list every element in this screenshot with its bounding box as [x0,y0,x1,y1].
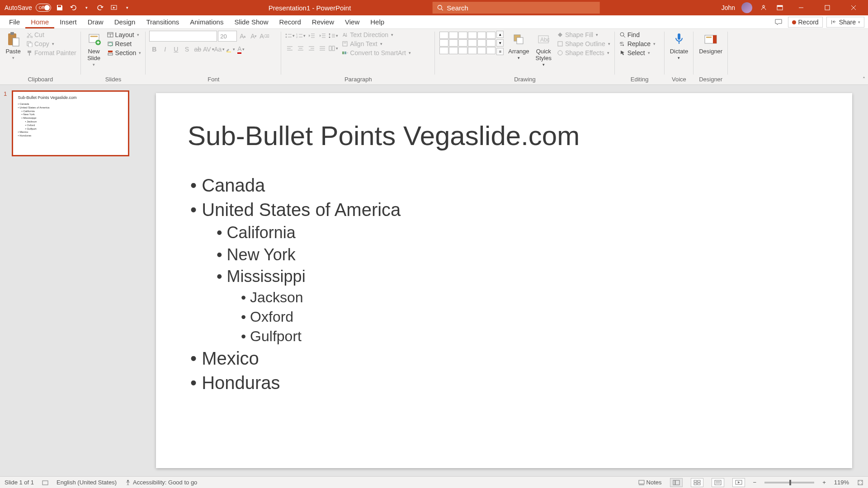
convert-smartart-button[interactable]: Convert to SmartArt [341,49,412,57]
reset-button[interactable]: Reset [106,40,142,48]
minimize-button[interactable] [791,0,811,15]
avatar[interactable] [741,2,752,13]
slide-canvas[interactable]: Sub-Bullet Points Vegaslide.com Canada U… [156,93,852,468]
tab-transitions[interactable]: Transitions [141,15,184,28]
search-input[interactable]: Search [432,2,599,14]
slide-title-text[interactable]: Sub-Bullet Points Vegaslide.com [188,120,821,151]
format-painter-button[interactable]: Format Painter [25,49,77,57]
select-button[interactable]: Select [618,49,656,57]
undo-icon[interactable] [68,3,78,13]
bold-button[interactable]: B [149,44,159,54]
tab-record[interactable]: Record [274,15,306,28]
slide-editor-area[interactable]: Sub-Bullet Points Vegaslide.com Canada U… [140,85,868,476]
status-language[interactable]: English (United States) [57,479,117,486]
tab-design[interactable]: Design [109,15,141,28]
tab-slideshow[interactable]: Slide Show [229,15,274,28]
find-button[interactable]: Find [618,31,656,39]
shapes-scroll-up-icon[interactable]: ▴ [496,31,504,38]
shape-fill-button[interactable]: Shape Fill [556,31,611,39]
share-button[interactable]: Share ▾ [826,17,864,28]
char-spacing-button[interactable]: AV [203,44,213,54]
shapes-gallery[interactable] [439,31,496,55]
shapes-more-icon[interactable]: ≡ [496,48,504,55]
normal-view-button[interactable] [670,478,683,487]
tab-help[interactable]: Help [365,15,390,28]
notes-button[interactable]: Notes [638,479,662,486]
fit-to-window-button[interactable] [857,479,863,486]
save-icon[interactable] [55,3,65,13]
copy-button[interactable]: Copy [25,40,77,48]
font-size-combo[interactable]: 20 [218,31,237,42]
zoom-level[interactable]: 119% [834,479,849,486]
cut-button[interactable]: Cut [25,31,77,39]
underline-button[interactable]: U [171,44,181,54]
dictate-button[interactable]: Dictate▾ [668,31,690,61]
shadow-button[interactable]: S [182,44,192,54]
strikethrough-button[interactable]: ab [193,44,203,54]
status-spellcheck-icon[interactable] [42,479,48,486]
new-slide-button[interactable]: New Slide ▾ [85,31,104,68]
zoom-out-button[interactable]: − [753,479,757,486]
italic-button[interactable]: I [160,44,170,54]
slide-sorter-view-button[interactable] [691,478,703,487]
layout-button[interactable]: Layout [106,31,142,39]
autosave-toggle[interactable]: Off [36,4,51,12]
decrease-font-icon[interactable]: A▾ [249,31,259,41]
start-from-beginning-icon[interactable] [109,3,119,13]
ribbon-display-icon[interactable] [775,3,785,13]
collapse-ribbon-icon[interactable]: ˄ [863,76,865,83]
font-family-combo[interactable] [149,31,217,42]
decrease-indent-button[interactable] [307,31,316,41]
increase-font-icon[interactable]: A▴ [238,31,248,41]
text-direction-button[interactable]: A Text Direction [341,31,412,39]
tab-draw[interactable]: Draw [82,15,109,28]
tab-insert[interactable]: Insert [54,15,82,28]
columns-button[interactable] [328,43,338,53]
zoom-slider-thumb[interactable] [789,480,791,485]
zoom-slider[interactable] [764,482,814,483]
align-right-button[interactable] [307,43,316,53]
shapes-scroll-down-icon[interactable]: ▾ [496,39,504,47]
designer-button[interactable]: Designer [697,31,724,56]
align-left-button[interactable] [285,43,295,53]
undo-more-icon[interactable]: ▾ [82,3,92,13]
highlight-button[interactable] [225,44,235,54]
qat-customize-icon[interactable]: ▾ [123,3,132,13]
increase-indent-button[interactable] [317,31,327,41]
comments-button[interactable] [773,17,784,28]
align-center-button[interactable] [296,43,306,53]
arrange-button[interactable]: Arrange▾ [506,31,531,61]
section-button[interactable]: Section [106,49,142,57]
redo-icon[interactable] [95,3,105,13]
slide-thumbnail-1[interactable]: Sub-Bullet Points Vegaslide.com • Canada… [12,90,129,156]
replace-button[interactable]: ab Replace [618,40,656,48]
status-accessibility[interactable]: Accessibility: Good to go [125,479,197,486]
tab-file[interactable]: File [4,15,25,28]
zoom-in-button[interactable]: + [822,479,826,486]
bullets-button[interactable] [285,31,295,41]
tab-view[interactable]: View [340,15,365,28]
close-button[interactable] [844,0,863,15]
tab-home[interactable]: Home [25,15,54,28]
justify-button[interactable] [317,43,327,53]
coming-soon-icon[interactable] [759,3,769,13]
shape-effects-button[interactable]: Shape Effects [556,49,611,57]
thumbnail-pane[interactable]: 1 Sub-Bullet Points Vegaslide.com • Cana… [0,85,140,476]
slideshow-view-button[interactable] [732,478,745,487]
reading-view-button[interactable] [712,478,724,487]
tab-animations[interactable]: Animations [184,15,229,28]
line-spacing-button[interactable] [328,31,338,41]
maximize-button[interactable] [817,0,837,15]
status-slide-info[interactable]: Slide 1 of 1 [5,479,34,486]
clear-formatting-icon[interactable]: A⌫ [259,31,269,41]
shape-outline-button[interactable]: Shape Outline [556,40,611,48]
quick-styles-button[interactable]: Abc Quick Styles▾ [534,31,553,68]
paste-button[interactable]: Paste ▾ [4,31,23,61]
font-color-button[interactable]: A [236,44,246,54]
tab-review[interactable]: Review [307,15,340,28]
user-name[interactable]: John [722,4,735,11]
change-case-button[interactable]: Aa [214,44,224,54]
record-button[interactable]: Record [788,17,823,28]
align-text-button[interactable]: Align Text [341,40,412,48]
shapes-gallery-scroll[interactable]: ▴ ▾ ≡ [496,31,504,55]
